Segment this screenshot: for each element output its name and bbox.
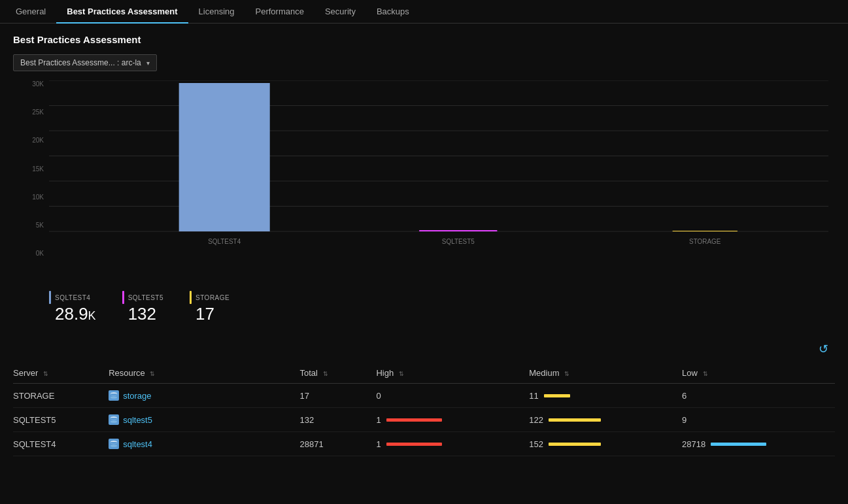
sort-icon-total: ⇅ (323, 371, 328, 377)
table-header-row: Server ⇅ Resource ⇅ Total ⇅ High ⇅ Mediu… (13, 363, 835, 384)
col-header-total[interactable]: Total ⇅ (299, 363, 376, 384)
bar-sqltest5 (419, 230, 497, 231)
tab-licensing[interactable]: Licensing (188, 0, 245, 23)
cell-server: SQLTEST4 (13, 432, 109, 456)
cell-total: 28871 (299, 432, 376, 456)
legend-storage-value: 17 (190, 305, 229, 322)
legend-sqltest4: SQLTEST4 28.9K (49, 291, 96, 322)
assessment-dropdown[interactable]: Best Practices Assessme... : arc-la ▾ (13, 54, 157, 71)
resource-link[interactable]: sqltest4 (109, 439, 293, 449)
chevron-down-icon: ▾ (146, 59, 150, 67)
tab-best-practices[interactable]: Best Practices Assessment (56, 0, 188, 23)
bar-label-storage: STORAGE (689, 238, 721, 245)
cell-low: 28718 (682, 432, 835, 456)
data-table: Server ⇅ Resource ⇅ Total ⇅ High ⇅ Mediu… (13, 363, 835, 456)
y-label-20k: 20K (32, 137, 44, 144)
cell-resource[interactable]: sqltest4 (109, 432, 299, 456)
legend-sqltest4-header: SQLTEST4 (49, 291, 96, 304)
table-row: SQLTEST5 sqltest5 132 1 122 9 (13, 408, 835, 432)
chart-svg: SQLTEST4 SQLTEST5 STORAGE (49, 80, 828, 257)
resource-db-icon (109, 390, 119, 401)
bar-label-sqltest5: SQLTEST5 (442, 238, 475, 245)
y-label-25k: 25K (32, 109, 44, 116)
cell-medium: 11 (529, 384, 682, 408)
cell-resource[interactable]: storage (109, 384, 299, 408)
reset-icon-area: ↺ (13, 342, 835, 356)
col-header-high[interactable]: High ⇅ (376, 363, 529, 384)
tab-security[interactable]: Security (314, 0, 366, 23)
bar-storage (673, 231, 738, 231)
cell-low: 6 (682, 384, 835, 408)
cell-server: STORAGE (13, 384, 109, 408)
chart-area: SQLTEST4 SQLTEST5 STORAGE (49, 80, 828, 257)
tab-bar: General Best Practices Assessment Licens… (0, 0, 848, 24)
sort-icon-low: ⇅ (703, 371, 708, 377)
legend-sqltest5: SQLTEST5 132 (122, 291, 163, 322)
legend-sqltest5-name: SQLTEST5 (128, 294, 163, 301)
y-label-0k: 0K (36, 250, 44, 257)
resource-link[interactable]: storage (109, 390, 293, 401)
bar-sqltest4 (179, 83, 270, 231)
bar-label-sqltest4: SQLTEST4 (208, 238, 241, 245)
resource-link[interactable]: sqltest5 (109, 414, 293, 425)
table-row: SQLTEST4 sqltest4 28871 1 152 28718 (13, 432, 835, 456)
tab-general[interactable]: General (5, 0, 56, 23)
col-header-resource[interactable]: Resource ⇅ (109, 363, 299, 384)
y-label-10k: 10K (32, 193, 44, 201)
cell-low: 9 (682, 408, 835, 432)
y-axis: 0K 5K 10K 15K 20K 25K 30K (13, 80, 49, 257)
legend-storage: STORAGE 17 (190, 291, 229, 322)
page-content: Best Practices Assessment Best Practices… (0, 24, 848, 467)
legend-storage-name: STORAGE (195, 294, 229, 301)
cell-server: SQLTEST5 (13, 408, 109, 432)
legend-sqltest5-value: 132 (122, 305, 163, 322)
cell-high: 0 (376, 384, 529, 408)
col-header-low[interactable]: Low ⇅ (682, 363, 835, 384)
legend-storage-header: STORAGE (190, 291, 229, 304)
cell-resource[interactable]: sqltest5 (109, 408, 299, 432)
resource-db-icon (109, 439, 119, 449)
svg-point-12 (110, 420, 117, 423)
cell-total: 132 (299, 408, 376, 432)
table-row: STORAGE storage 170 11 6 (13, 384, 835, 408)
chart-legend: SQLTEST4 28.9K SQLTEST5 132 STORAGE 17 (13, 283, 835, 329)
col-header-server[interactable]: Server ⇅ (13, 363, 109, 384)
cell-medium: 152 (529, 432, 682, 456)
legend-sqltest4-bar (49, 291, 51, 304)
y-label-30k: 30K (32, 80, 44, 88)
dropdown-label: Best Practices Assessme... : arc-la (20, 58, 141, 67)
page-title: Best Practices Assessment (13, 34, 835, 45)
svg-point-15 (110, 445, 117, 447)
sort-icon-medium: ⇅ (564, 371, 569, 377)
sort-icon-resource: ⇅ (150, 371, 155, 377)
cell-medium: 122 (529, 408, 682, 432)
col-header-medium[interactable]: Medium ⇅ (529, 363, 682, 384)
svg-point-9 (110, 396, 117, 399)
legend-sqltest4-value: 28.9K (49, 305, 96, 322)
legend-sqltest4-name: SQLTEST4 (55, 294, 90, 301)
cell-high: 1 (376, 432, 529, 456)
table-header: Server ⇅ Resource ⇅ Total ⇅ High ⇅ Mediu… (13, 363, 835, 384)
legend-sqltest5-header: SQLTEST5 (122, 291, 163, 304)
legend-sqltest5-bar (122, 291, 124, 304)
bar-chart: 0K 5K 10K 15K 20K 25K 30K (13, 80, 835, 277)
cell-high: 1 (376, 408, 529, 432)
table-body: STORAGE storage 170 11 6SQLTEST5 (13, 384, 835, 456)
reset-icon[interactable]: ↺ (819, 342, 828, 356)
resource-db-icon (109, 414, 119, 425)
y-label-5k: 5K (36, 222, 44, 229)
tab-backups[interactable]: Backups (366, 0, 420, 23)
y-label-15k: 15K (32, 165, 44, 173)
cell-total: 17 (299, 384, 376, 408)
legend-storage-bar (190, 291, 192, 304)
sort-icon-high: ⇅ (399, 371, 404, 377)
tab-performance[interactable]: Performance (245, 0, 314, 23)
sort-icon-server: ⇅ (43, 371, 48, 377)
